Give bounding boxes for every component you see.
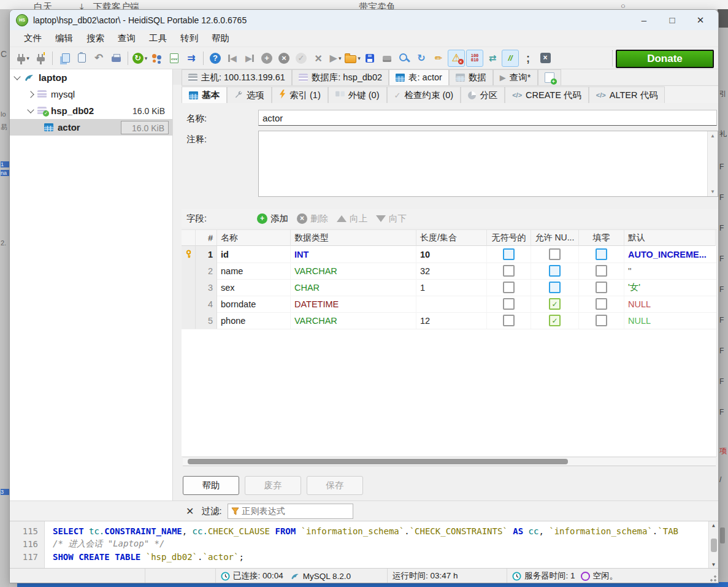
tab-数据[interactable]: 数据 [449, 69, 493, 85]
discard-button[interactable]: 废弃 [245, 476, 301, 495]
comment-scrollbar[interactable]: ▲▼ [707, 131, 718, 196]
allow-null-checkbox[interactable] [531, 279, 579, 296]
collapse-icon[interactable] [27, 106, 34, 113]
zerofill-checkbox[interactable] [579, 296, 624, 312]
field-type-cell[interactable]: VARCHAR [291, 263, 416, 279]
data-transfer-icon[interactable]: ⇉ [183, 50, 199, 66]
remove-field-button[interactable]: × 删除 [297, 213, 328, 224]
grid-header-def[interactable]: 默认 [624, 230, 716, 246]
csv-export-icon[interactable]: csv [166, 50, 182, 66]
grid-header-name[interactable]: 名称 [217, 230, 291, 246]
error-halt-icon[interactable]: ⚠× [448, 50, 465, 67]
scrollbar-thumb[interactable] [188, 459, 568, 464]
donate-button[interactable]: Donate [616, 50, 714, 68]
dropdown-arrow-icon[interactable]: ▾ [339, 55, 342, 61]
move-down-button[interactable]: 向下 [376, 213, 407, 224]
insert-record-icon[interactable]: + [259, 50, 275, 66]
field-length-cell[interactable]: 1 [416, 279, 487, 296]
unsigned-checkbox[interactable] [487, 279, 531, 296]
field-default-cell[interactable]: '女' [624, 279, 716, 296]
zerofill-checkbox[interactable] [596, 248, 607, 260]
tab-查询-[interactable]: ▶查询* [493, 69, 538, 85]
zerofill-checkbox[interactable] [579, 246, 624, 263]
expand-icon[interactable] [27, 91, 34, 98]
field-length-cell[interactable]: 32 [416, 263, 487, 279]
user-manager-icon[interactable] [149, 50, 165, 66]
zerofill-checkbox[interactable] [579, 312, 624, 329]
subtab-索引-1-[interactable]: 索引 (1) [272, 86, 328, 103]
zerofill-checkbox[interactable] [596, 298, 607, 310]
unsigned-checkbox[interactable] [503, 315, 515, 326]
allow-null-checkbox[interactable] [531, 246, 579, 263]
grid-header-zero[interactable]: 填零 [579, 230, 624, 246]
dropdown-arrow-icon[interactable]: ▾ [26, 55, 29, 61]
field-type-cell[interactable]: DATETIME [291, 296, 416, 312]
subtab-基本[interactable]: 基本 [182, 86, 227, 103]
copy-icon[interactable] [56, 50, 72, 66]
zerofill-checkbox[interactable] [579, 279, 624, 296]
maximize-button[interactable]: □ [658, 10, 686, 30]
collapse-icon[interactable] [13, 73, 20, 80]
title-bar[interactable]: HS laptop\hsp_db02\actor\ - HeidiSQL Por… [10, 10, 718, 30]
unsigned-checkbox[interactable] [487, 312, 531, 329]
grid-header-num[interactable]: # [196, 230, 217, 246]
unsigned-checkbox[interactable] [503, 298, 515, 310]
zerofill-checkbox[interactable] [579, 263, 624, 279]
menu-item-搜索[interactable]: 搜索 [80, 31, 111, 46]
subtab-分区[interactable]: 分区 [461, 86, 505, 103]
reformat-sql-icon[interactable]: // [502, 50, 519, 67]
menu-item-转到[interactable]: 转到 [174, 31, 205, 46]
tab-表-actor[interactable]: 表: actor [389, 69, 449, 85]
search-again-icon[interactable]: ↻ [413, 50, 429, 66]
field-length-cell[interactable]: 12 [416, 312, 487, 329]
table-name-input[interactable]: actor [258, 110, 717, 126]
field-default-cell[interactable]: NULL [624, 296, 716, 312]
field-length-cell[interactable] [416, 296, 487, 312]
minimize-button[interactable]: – [630, 10, 658, 30]
field-type-cell[interactable]: VARCHAR [291, 312, 416, 329]
dropdown-arrow-icon[interactable]: ▾ [145, 55, 148, 61]
field-type-cell[interactable]: INT [291, 246, 416, 263]
grid-header-type[interactable]: 数据类型 [291, 230, 416, 246]
unsigned-checkbox[interactable] [487, 263, 531, 279]
print-icon[interactable] [108, 50, 124, 66]
fields-grid[interactable]: #名称数据类型长度/集合无符号的允许 NU...填零默认1idINT10AUTO… [182, 229, 717, 457]
zerofill-checkbox[interactable] [596, 282, 607, 293]
tree-item-table-actor[interactable]: actor 16.0 KiB [10, 119, 172, 136]
grid-header-len[interactable]: 长度/集合 [416, 230, 487, 246]
first-record-icon[interactable]: ◀ [224, 50, 240, 66]
menu-item-工具[interactable]: 工具 [142, 31, 174, 46]
help-button[interactable]: 帮助 [183, 476, 239, 495]
add-field-button[interactable]: + 添加 [257, 213, 288, 224]
subtab-选项[interactable]: 选项 [227, 86, 272, 103]
allow-null-checkbox[interactable]: ✓ [549, 315, 561, 326]
tree-item-db-mysql[interactable]: mysql [10, 86, 172, 102]
field-row-name[interactable]: 2nameVARCHAR32'' [182, 263, 716, 280]
help-icon[interactable]: ? [207, 50, 223, 66]
cancel-editing-icon[interactable]: × [310, 50, 326, 66]
tab-new-query[interactable] [538, 69, 561, 85]
subtab-alter-代码[interactable]: </>ALTER 代码 [589, 86, 665, 103]
grid-header-nul[interactable]: 允许 NU... [531, 230, 579, 246]
sql-log-scrollbar[interactable]: ▲▼ [708, 521, 718, 569]
field-type-cell[interactable]: CHAR [291, 279, 416, 296]
field-length-cell[interactable]: 10 [416, 246, 487, 263]
table-comment-textarea[interactable]: ▲▼ [258, 131, 718, 197]
menu-item-帮助[interactable]: 帮助 [205, 31, 236, 46]
snippets-icon[interactable] [379, 50, 395, 66]
unsigned-checkbox[interactable] [503, 265, 515, 277]
grid-header-uns[interactable]: 无符号的 [487, 230, 531, 246]
field-name-cell[interactable]: name [217, 263, 291, 279]
allow-null-checkbox[interactable] [531, 263, 579, 279]
post-record-icon[interactable]: ✓ [293, 50, 309, 66]
tab-数据库-hsp_db02[interactable]: 数据库: hsp_db02 [292, 69, 389, 85]
allow-null-checkbox[interactable]: ✓ [549, 298, 561, 310]
allow-null-checkbox[interactable] [549, 282, 561, 293]
allow-null-checkbox[interactable]: ✓ [531, 296, 579, 312]
unsigned-checkbox[interactable] [503, 248, 515, 260]
last-record-icon[interactable]: ▶ [242, 50, 258, 66]
refresh-icon[interactable]: ↻▾ [132, 50, 148, 66]
execute-sql-icon[interactable]: ▶▾ [328, 50, 343, 66]
field-default-cell[interactable]: AUTO_INCREME... [624, 246, 716, 263]
binary-view-icon[interactable]: 100010 [466, 50, 483, 67]
